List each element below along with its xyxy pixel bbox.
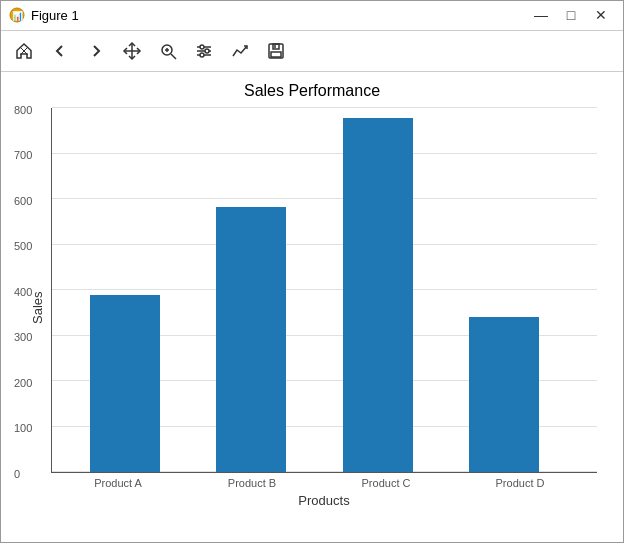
configure-button[interactable] [187, 34, 221, 68]
bar [90, 295, 160, 472]
maximize-button[interactable]: □ [557, 4, 585, 26]
app-icon: 📊 [9, 7, 25, 23]
pan-button[interactable] [115, 34, 149, 68]
app-window: 📊 Figure 1 — □ ✕ [0, 0, 624, 543]
title-bar-controls: — □ ✕ [527, 4, 615, 26]
home-button[interactable] [7, 34, 41, 68]
svg-rect-17 [273, 44, 279, 49]
save-button[interactable] [259, 34, 293, 68]
x-axis: Product AProduct BProduct CProduct D [51, 473, 597, 489]
chart-plot: 0100200300400500600700800 Product AProdu… [51, 108, 597, 508]
y-axis-label: Sales [27, 108, 47, 508]
toolbar [1, 31, 623, 72]
grid-line [52, 107, 597, 108]
forward-button[interactable] [79, 34, 113, 68]
close-button[interactable]: ✕ [587, 4, 615, 26]
x-axis-label: Products [51, 493, 597, 508]
minimize-button[interactable]: — [527, 4, 555, 26]
title-bar-left: 📊 Figure 1 [9, 7, 79, 23]
x-tick-label: Product C [351, 477, 421, 489]
chart-area: Sales Performance Sales 0100200300400500… [1, 72, 623, 542]
x-tick-label: Product D [485, 477, 555, 489]
trend-button[interactable] [223, 34, 257, 68]
svg-line-7 [171, 54, 176, 59]
chart-inner: Sales 0100200300400500600700800 Product … [27, 108, 597, 508]
svg-point-14 [205, 49, 209, 53]
bars-container [52, 118, 577, 472]
x-tick-label: Product B [217, 477, 287, 489]
zoom-button[interactable] [151, 34, 185, 68]
title-bar: 📊 Figure 1 — □ ✕ [1, 1, 623, 31]
bar [469, 317, 539, 472]
window-title: Figure 1 [31, 8, 79, 23]
back-button[interactable] [43, 34, 77, 68]
svg-text:📊: 📊 [12, 10, 24, 22]
svg-point-15 [200, 53, 204, 57]
x-tick-label: Product A [83, 477, 153, 489]
plot-area: 0100200300400500600700800 [51, 108, 597, 473]
svg-point-13 [200, 45, 204, 49]
y-tick-label: 0 [14, 468, 20, 480]
chart-container: Sales Performance Sales 0100200300400500… [27, 82, 597, 532]
chart-title: Sales Performance [27, 82, 597, 100]
bar [216, 207, 286, 473]
svg-rect-18 [271, 52, 281, 57]
bar [343, 118, 413, 472]
